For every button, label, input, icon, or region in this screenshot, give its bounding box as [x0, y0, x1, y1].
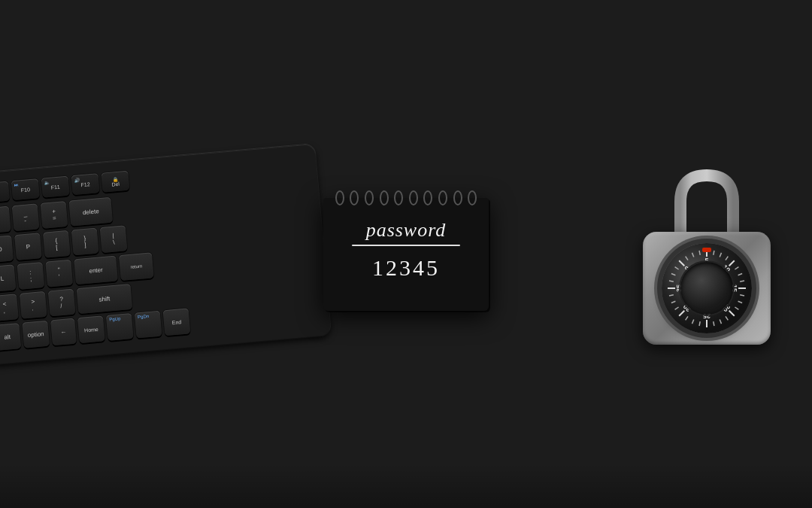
notepad-password-number: 12345 [338, 255, 474, 281]
svg-line-27 [714, 321, 714, 326]
svg-rect-40 [702, 248, 711, 252]
key-o: O [0, 235, 14, 263]
key-pgdn: PgDn [135, 310, 162, 338]
key-shift: shift [77, 283, 133, 313]
lock-dial: 5 10 15 20 25 30 [662, 243, 752, 333]
lock-body: 5 10 15 20 25 30 [643, 232, 771, 345]
key-f10: ⏭F10 [11, 178, 40, 200]
svg-line-33 [669, 294, 674, 295]
svg-line-24 [735, 307, 738, 309]
svg-line-2 [729, 260, 735, 266]
svg-line-18 [726, 256, 728, 260]
key-enter: enter [74, 255, 118, 284]
key-home: Home [77, 315, 105, 343]
notepad-underline [352, 245, 460, 246]
key-minus: _- [12, 203, 40, 231]
svg-line-31 [675, 307, 679, 309]
svg-line-29 [692, 319, 693, 324]
key-lt: <, [0, 294, 19, 321]
svg-line-23 [738, 301, 743, 303]
svg-line-39 [699, 250, 700, 254]
key-f12: 🔊F12 [71, 173, 99, 195]
svg-line-38 [692, 252, 693, 257]
key-quote: "' [45, 259, 73, 287]
key-lcurly: {[ [43, 230, 71, 257]
key-semicolon: :; [17, 262, 44, 290]
svg-line-37 [686, 256, 688, 260]
key-option: option [22, 320, 50, 348]
svg-line-16 [714, 250, 714, 254]
svg-line-21 [740, 281, 744, 281]
key-question: ?/ [48, 288, 76, 316]
svg-line-10 [679, 310, 684, 315]
spiral-binding [323, 190, 489, 205]
padlock-image: 5 10 15 20 25 30 [632, 164, 782, 345]
main-scene: ⏮F9 ⏭F10 🔈F11 🔊F12 🔒Del )0 _- += delete … [0, 0, 812, 508]
key-rparen: )0 [0, 205, 11, 233]
key-del: 🔒Del [101, 170, 129, 192]
svg-line-25 [726, 316, 728, 320]
key-return: return [119, 252, 154, 281]
svg-line-14 [679, 260, 684, 266]
key-plus: += [41, 201, 68, 229]
svg-line-28 [699, 321, 700, 326]
key-rcurly: }] [71, 227, 99, 255]
key-p: P [14, 233, 42, 260]
key-pipe: |\ [100, 225, 128, 253]
svg-line-20 [738, 273, 743, 275]
svg-line-35 [671, 273, 676, 275]
key-gt: >. [20, 291, 47, 318]
lock-shackle [662, 164, 752, 232]
svg-line-30 [686, 316, 688, 320]
key-pgup: PgUp [106, 313, 134, 341]
notepad-password-text: password [338, 219, 474, 242]
svg-line-19 [735, 266, 738, 269]
keyboard-image: ⏮F9 ⏭F10 🔈F11 🔊F12 🔒Del )0 _- += delete … [0, 143, 331, 364]
key-delete: delete [68, 196, 113, 226]
dial-inner [680, 262, 733, 315]
key-end: End [163, 308, 191, 336]
svg-line-32 [671, 301, 676, 303]
key-f11: 🔈F11 [41, 175, 70, 197]
svg-line-34 [669, 281, 674, 281]
svg-line-22 [740, 294, 744, 295]
key-f9: ⏮F9 [0, 181, 10, 202]
notepad-image: password 12345 [323, 198, 489, 311]
key-l: L [0, 264, 16, 292]
svg-line-36 [675, 266, 679, 269]
svg-line-6 [729, 310, 735, 315]
svg-line-26 [720, 319, 721, 324]
svg-line-17 [720, 252, 721, 257]
key-alt: alt [0, 323, 21, 351]
key-left-arrow: ← [50, 318, 77, 345]
